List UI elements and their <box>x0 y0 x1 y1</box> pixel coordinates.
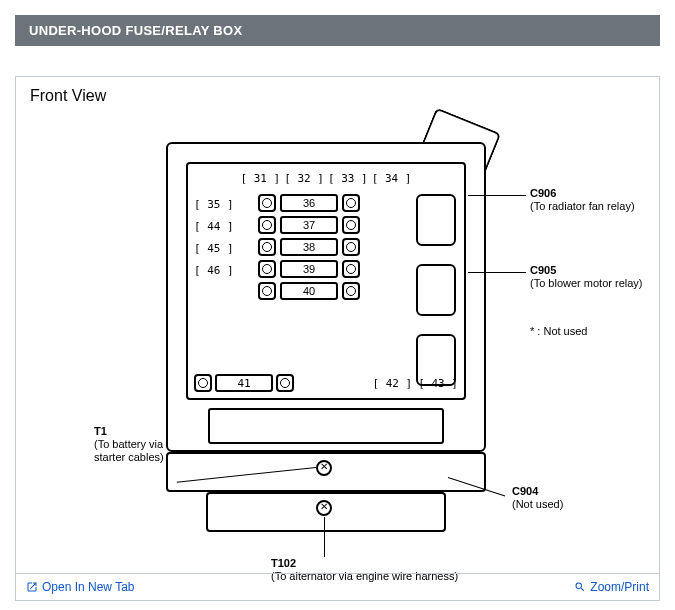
fuse-row-40: 40 <box>258 282 360 300</box>
slot-31: [ 31 ] <box>241 172 281 185</box>
slot-44: [ 44 ] <box>194 216 234 238</box>
diagram-footer: Open In New Tab Zoom/Print <box>16 573 659 600</box>
zoom-print-label: Zoom/Print <box>590 580 649 594</box>
fusebox-outer: [ 31 ] [ 32 ] [ 33 ] [ 34 ] [ 35 ] [ 44 … <box>166 142 486 452</box>
callout-c906: C906(To radiator fan relay) <box>530 187 635 213</box>
terminal-t1-screw <box>316 460 332 476</box>
center-fuse-stack: 36 37 38 39 40 <box>258 194 360 304</box>
relay-c906 <box>416 194 456 246</box>
bottom-row: 41 [ 42 ] [ 43 ] <box>194 374 458 392</box>
top-bracket-row: [ 31 ] [ 32 ] [ 33 ] [ 34 ] <box>194 172 458 185</box>
fuse-row-38: 38 <box>258 238 360 256</box>
zoom-print-link[interactable]: Zoom/Print <box>574 580 649 594</box>
section-header: UNDER-HOOD FUSE/RELAY BOX <box>15 15 660 46</box>
leader-c906 <box>468 195 526 196</box>
slot-34: [ 34 ] <box>372 172 412 185</box>
slot-45: [ 45 ] <box>194 238 234 260</box>
slot-35: [ 35 ] <box>194 194 234 216</box>
search-icon <box>574 581 586 593</box>
slot-32: [ 32 ] <box>284 172 324 185</box>
open-new-tab-link[interactable]: Open In New Tab <box>26 580 135 594</box>
fusebox-bottom-lip <box>208 408 444 444</box>
slot-43: [ 43 ] <box>418 377 458 390</box>
diagram-title: Front View <box>30 87 106 105</box>
external-link-icon <box>26 581 38 593</box>
relay-column <box>416 194 456 386</box>
slot-33: [ 33 ] <box>328 172 368 185</box>
callout-c904: C904(Not used) <box>512 485 563 511</box>
slot-42: [ 42 ] <box>373 377 413 390</box>
fuse-41: 41 <box>194 374 294 392</box>
fuse-row-37: 37 <box>258 216 360 234</box>
terminal-t102-screw <box>316 500 332 516</box>
callout-t1: T1 (To battery via starter cables) <box>94 425 164 464</box>
leader-c905 <box>468 272 526 273</box>
diagram-frame: Front View [ 31 ] [ 32 ] [ 33 ] [ 34 ] [… <box>15 76 660 601</box>
fuse-row-39: 39 <box>258 260 360 278</box>
not-used-note: * : Not used <box>530 325 587 337</box>
left-bracket-column: [ 35 ] [ 44 ] [ 45 ] [ 46 ] <box>194 194 234 282</box>
callout-c905: C905(To blower motor relay) <box>530 264 642 290</box>
slot-46: [ 46 ] <box>194 260 234 282</box>
fuse-row-36: 36 <box>258 194 360 212</box>
leader-t102 <box>324 517 325 557</box>
relay-c905 <box>416 264 456 316</box>
fusebox-inner: [ 31 ] [ 32 ] [ 33 ] [ 34 ] [ 35 ] [ 44 … <box>186 162 466 400</box>
header-title: UNDER-HOOD FUSE/RELAY BOX <box>29 23 242 38</box>
open-new-tab-label: Open In New Tab <box>42 580 135 594</box>
diagram-canvas: [ 31 ] [ 32 ] [ 33 ] [ 34 ] [ 35 ] [ 44 … <box>16 107 659 572</box>
